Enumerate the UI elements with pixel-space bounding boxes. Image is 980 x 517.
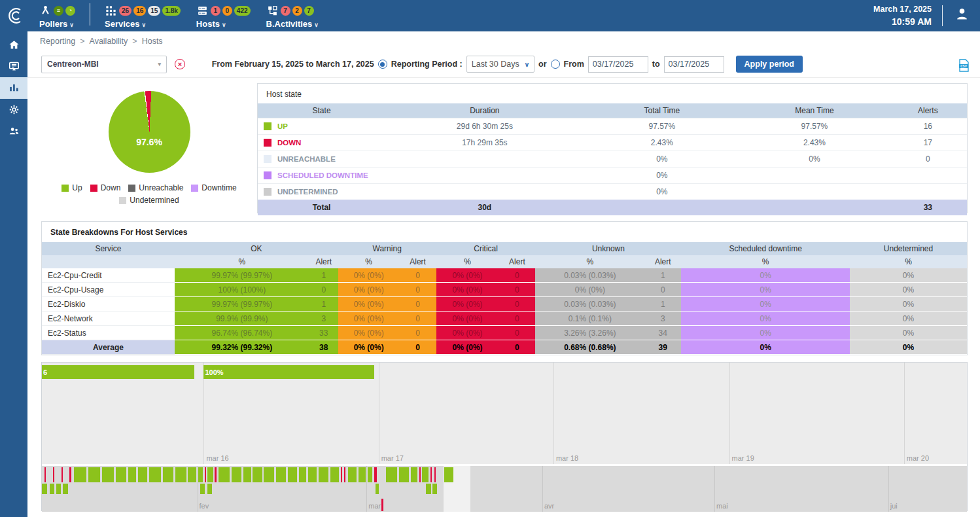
legend-swatch-undetermined xyxy=(119,197,126,204)
navigator-secondary-segment xyxy=(50,484,54,494)
clear-selection-icon[interactable]: × xyxy=(175,59,185,69)
to-date-input[interactable] xyxy=(664,56,724,73)
badge-pollers-1[interactable]: ◔ xyxy=(65,6,75,16)
service-breakdown-group-header: ServiceOKWarningCriticalUnknownScheduled… xyxy=(42,242,967,255)
navigator-up-segment xyxy=(128,467,137,482)
menu-bactivities[interactable]: 727B.Activities∨ xyxy=(266,4,319,29)
host-state-row: DOWN17h 29m 35s2.43%2.43%17 xyxy=(258,134,967,151)
navigator-down-segment xyxy=(419,467,421,482)
custom-period-radio[interactable] xyxy=(551,60,560,69)
legend-item-up[interactable]: Up xyxy=(61,183,82,192)
navigator-month-label: mai xyxy=(716,502,728,510)
breakdown-group-warning: Warning xyxy=(338,244,436,253)
host-group-select[interactable]: Centreon-MBI ▾ xyxy=(41,56,167,73)
badge-services-3[interactable]: 1.8k xyxy=(162,6,180,16)
reporting-period-radio[interactable] xyxy=(378,60,387,69)
chevron-down-icon: ∨ xyxy=(314,22,319,28)
hosts-icon xyxy=(196,5,209,17)
breakdown-cell-2: 0% (0%) xyxy=(338,297,400,312)
menu-services[interactable]: 2616151.8kServices∨ xyxy=(105,4,181,29)
badge-pollers-0[interactable]: ≡ xyxy=(54,6,63,16)
badge-bactivities-2[interactable]: 7 xyxy=(304,6,314,16)
badge-bactivities-0[interactable]: 7 xyxy=(281,6,290,16)
top-section: 97.6% UpDownUnreachableDowntimeUndetermi… xyxy=(27,78,980,213)
centreon-logo[interactable] xyxy=(0,6,31,26)
timeline-gridline xyxy=(729,363,730,464)
timeline-navigator[interactable]: fevmaravrmaijui xyxy=(42,466,967,512)
breadcrumb-reporting[interactable]: Reporting xyxy=(40,37,75,46)
state-label: SCHEDULED DOWNTIME xyxy=(277,171,368,179)
navbar-right: March 17, 2025 10:59 AM xyxy=(873,3,980,28)
sidebar-item-administration[interactable] xyxy=(0,120,27,142)
legend-item-undetermined[interactable]: Undetermined xyxy=(119,196,179,205)
period-select[interactable]: Last 30 Days ∨ xyxy=(466,56,534,73)
navigator-down-segment xyxy=(53,467,54,482)
navigator-up-segment xyxy=(88,467,100,482)
sidebar-item-monitoring[interactable] xyxy=(0,56,27,77)
breakdown-group-undetermined: Undetermined xyxy=(850,244,967,253)
host-state-header: StateDurationTotal TimeMean TimeAlerts xyxy=(258,103,967,118)
breakdown-cell-8: 0% xyxy=(681,326,850,340)
breakdown-cell-2: 0% (0%) xyxy=(338,326,400,340)
availability-pie-chart: 97.6% xyxy=(109,91,190,173)
menu-pollers-status: ≡◔ xyxy=(39,4,75,17)
legend-item-downtime[interactable]: Downtime xyxy=(191,183,236,192)
from-date-input[interactable] xyxy=(588,56,648,73)
breakdown-cell-2: 0% (0%) xyxy=(338,268,400,283)
breakdown-cell-1: 1 xyxy=(309,297,338,312)
breakdown-cell-6: 3.26% (3.26%) xyxy=(535,326,644,340)
breakdown-cell-9: 0% xyxy=(850,268,967,283)
user-menu[interactable] xyxy=(953,5,971,26)
home-icon xyxy=(8,39,20,51)
state-color-swatch xyxy=(264,139,271,147)
breakdown-cell-4: 0% (0%) xyxy=(436,340,499,355)
badge-hosts-2[interactable]: 422 xyxy=(234,6,251,16)
navigator-up-segment xyxy=(386,467,397,482)
sidebar-item-reporting[interactable] xyxy=(0,77,27,99)
legend-item-down[interactable]: Down xyxy=(90,183,121,192)
badge-services-1[interactable]: 16 xyxy=(133,6,146,16)
to-label: to xyxy=(652,60,660,69)
navigator-up-segment xyxy=(74,467,86,482)
breadcrumb-availability[interactable]: Availability xyxy=(90,37,128,46)
breakdown-cell-8: 0% xyxy=(681,283,850,297)
breakdown-cell-0: 99.9% (99.9%) xyxy=(175,312,309,326)
breakdown-cell-1: 33 xyxy=(309,326,338,340)
navigator-up-segment xyxy=(368,467,372,482)
centreon-logo-icon xyxy=(6,6,26,26)
csv-file-icon: CSV xyxy=(958,59,970,72)
breakdown-subheader-6: Alert xyxy=(499,255,535,268)
breakdown-row: Ec2-Network99.9% (99.9%)30% (0%)00% (0%)… xyxy=(42,312,967,326)
service-name-cell: Ec2-Network xyxy=(42,312,175,326)
navigator-down-segment xyxy=(434,467,436,482)
state-cell: SCHEDULED DOWNTIME xyxy=(258,171,385,179)
sidebar-item-home[interactable] xyxy=(0,34,27,56)
menu-pollers[interactable]: ≡◔Pollers∨ xyxy=(39,4,75,29)
apply-period-button[interactable]: Apply period xyxy=(736,56,803,73)
navigator-up-segment xyxy=(288,467,297,482)
csv-export-icon[interactable]: CSV xyxy=(958,59,970,74)
legend-label: Undetermined xyxy=(130,196,179,205)
badge-hosts-0[interactable]: 1 xyxy=(211,6,220,16)
badge-services-0[interactable]: 26 xyxy=(119,6,131,16)
gear-icon xyxy=(8,103,20,116)
timeline-gridline xyxy=(553,363,554,464)
sidebar-item-configuration[interactable] xyxy=(0,99,27,120)
badge-services-2[interactable]: 15 xyxy=(148,6,160,16)
breakdown-cell-2: 0% (0%) xyxy=(338,312,400,326)
breakdown-cell-8: 0% xyxy=(681,312,850,326)
timeline-main-chart[interactable]: mar 16mar 17mar 18mar 19mar 206100% xyxy=(42,363,967,464)
chevron-down-icon: ∨ xyxy=(142,22,147,28)
legend-item-unreachable[interactable]: Unreachable xyxy=(128,183,183,192)
legend-swatch-down xyxy=(90,185,97,192)
badge-bactivities-1[interactable]: 2 xyxy=(292,6,302,16)
menu-hosts[interactable]: 10422Hosts∨ xyxy=(196,4,251,29)
badge-hosts-1[interactable]: 0 xyxy=(222,6,232,16)
breakdown-cell-2: 0% (0%) xyxy=(338,340,400,355)
breakdown-cell-8: 0% xyxy=(681,340,850,355)
navigator-up-segment xyxy=(163,467,173,482)
breadcrumb-hosts[interactable]: Hosts xyxy=(142,37,163,46)
breakdown-cell-8: 0% xyxy=(681,297,850,312)
monitoring-icon xyxy=(8,60,20,73)
host-state-title: Host state xyxy=(258,84,967,103)
